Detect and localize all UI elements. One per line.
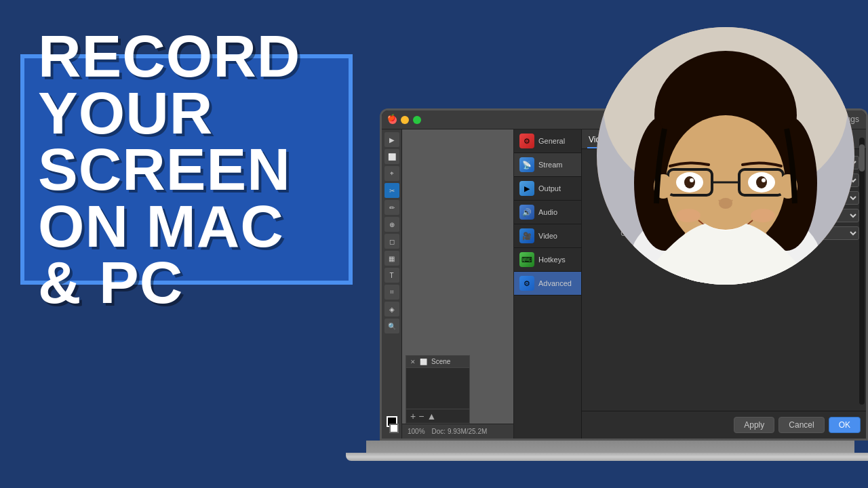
tool-crop[interactable]: ✂: [384, 183, 399, 198]
audio-icon: 🔊: [519, 205, 534, 220]
title-line2: YOUR SCREEN: [38, 79, 291, 203]
scene-panel: ✕ ⬜ Scene + − ▲: [406, 355, 470, 424]
stream-icon: 📡: [519, 157, 534, 172]
scene-expand-icon[interactable]: ⬜: [420, 359, 427, 365]
apply-button[interactable]: Apply: [734, 417, 774, 433]
sidebar-item-output[interactable]: ▶ Output: [514, 177, 581, 201]
main-title: RECORD YOUR SCREEN ON MAC & PC: [38, 28, 335, 311]
tool-zoom[interactable]: 🔍: [384, 319, 399, 333]
general-icon: ⚙: [519, 134, 534, 148]
tool-gradient[interactable]: ▦: [384, 251, 399, 266]
svg-point-20: [690, 178, 694, 182]
scene-remove-button[interactable]: −: [418, 411, 424, 421]
output-label: Output: [538, 184, 561, 192]
stream-label: Stream: [538, 161, 562, 169]
hotkeys-label: Hotkeys: [538, 256, 566, 264]
output-icon: ▶: [519, 181, 534, 196]
tool-brush[interactable]: ✏: [384, 200, 399, 215]
scene-panel-header: ✕ ⬜ Scene: [406, 356, 469, 368]
tool-marquee[interactable]: ⬜: [384, 149, 399, 164]
tool-text[interactable]: T: [384, 268, 399, 283]
svg-point-24: [751, 209, 775, 222]
tool-path[interactable]: ⌗: [384, 285, 399, 300]
ps-bottom-bar: 100% Doc: 9.93M/25.2M: [402, 424, 513, 439]
title-box: RECORD YOUR SCREEN ON MAC & PC: [20, 54, 353, 285]
sidebar-item-general[interactable]: ⚙ General: [514, 129, 581, 153]
zoom-level: 100%: [408, 428, 425, 435]
sidebar-item-hotkeys[interactable]: ⌨ Hotkeys: [514, 248, 581, 272]
ok-button[interactable]: OK: [829, 417, 861, 433]
sidebar-item-video[interactable]: 🎥 Video: [514, 224, 581, 248]
background-color[interactable]: [389, 424, 399, 433]
audio-label: Audio: [538, 208, 557, 216]
tool-lasso[interactable]: ⌖: [384, 166, 399, 181]
scene-label: Scene: [431, 358, 450, 365]
person-photo: [597, 27, 854, 285]
scene-footer: + − ▲: [406, 409, 469, 423]
scene-content: [406, 368, 469, 409]
scrollbar-thumb[interactable]: [859, 149, 865, 171]
settings-footer: Apply Cancel OK: [582, 411, 866, 439]
svg-point-19: [756, 176, 767, 188]
minimize-button[interactable]: [401, 116, 409, 124]
laptop-bottom-edge: [366, 441, 854, 454]
scene-close-icon[interactable]: ✕: [410, 359, 416, 365]
advanced-icon: ⚙: [519, 276, 534, 291]
cancel-button[interactable]: Cancel: [778, 417, 824, 433]
ps-toolbar: ▶ ⬜ ⌖ ✂ ✏ ⊕ ◻ ▦ T ⌗ ◈ 🔍: [382, 129, 402, 439]
apple-logo-icon: 🍎: [387, 114, 395, 121]
maximize-button[interactable]: [413, 116, 421, 124]
advanced-label: Advanced: [538, 279, 572, 287]
tool-shape[interactable]: ◈: [384, 302, 399, 317]
tool-eraser[interactable]: ◻: [384, 234, 399, 249]
tool-move[interactable]: ▶: [384, 132, 399, 147]
general-label: General: [538, 137, 565, 145]
laptop-foot: [346, 453, 868, 461]
ps-canvas: ✕ ⬜ Scene + − ▲ 100% Doc: 9.93M/25.2M: [402, 129, 513, 439]
svg-point-18: [684, 176, 695, 188]
hotkeys-icon: ⌨: [519, 252, 534, 267]
scene-expand-button[interactable]: ▲: [427, 411, 436, 421]
svg-point-21: [762, 178, 766, 182]
svg-point-23: [676, 209, 701, 222]
tool-clone[interactable]: ⊕: [384, 217, 399, 232]
scrollbar-track: [859, 149, 865, 405]
title-line3: ON MAC & PC: [38, 192, 284, 317]
video-label: Video: [538, 232, 557, 240]
laptop-base: [346, 441, 868, 488]
sidebar-item-advanced[interactable]: ⚙ Advanced: [514, 272, 581, 296]
doc-info: Doc: 9.93M/25.2M: [432, 428, 488, 435]
sidebar-item-audio[interactable]: 🔊 Audio: [514, 201, 581, 224]
sidebar-item-stream[interactable]: 📡 Stream: [514, 153, 581, 177]
obs-sidebar: ⚙ General 📡 Stream ▶ Output 🔊 Audio 🎥: [513, 129, 581, 439]
scene-add-button[interactable]: +: [410, 411, 416, 421]
video-icon: 🎥: [519, 228, 534, 243]
